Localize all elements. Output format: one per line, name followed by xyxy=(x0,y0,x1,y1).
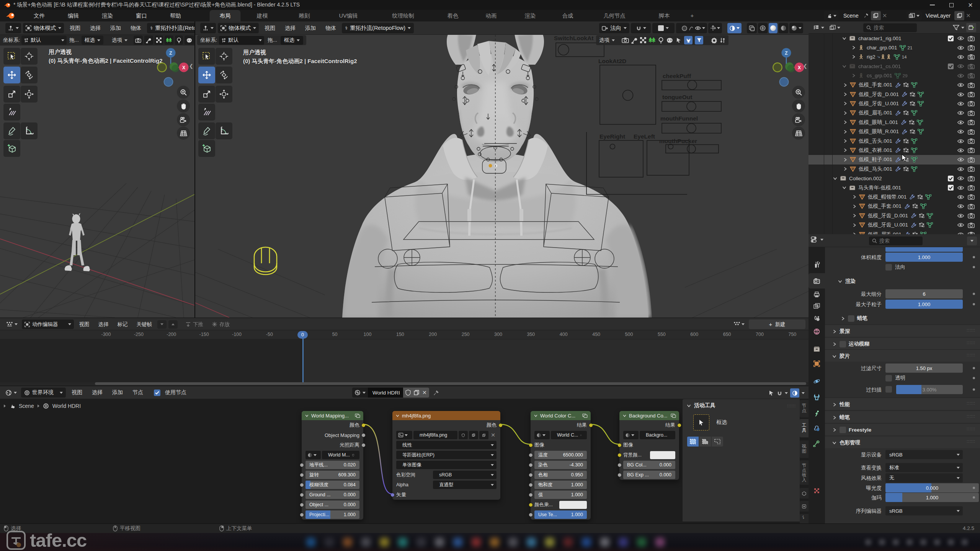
svg-text:EyeLeft: EyeLeft xyxy=(634,133,655,140)
svg-text:LookAt2D: LookAt2D xyxy=(598,58,626,64)
svg-text:cheekPuff: cheekPuff xyxy=(663,73,691,79)
svg-text:tongueOut: tongueOut xyxy=(662,94,692,100)
svg-text:mouthFunnel: mouthFunnel xyxy=(660,115,698,122)
svg-text:EyeRight: EyeRight xyxy=(599,133,625,140)
svg-text:SwitchLookAt: SwitchLookAt xyxy=(554,35,593,41)
svg-text:mouthPucker: mouthPucker xyxy=(659,138,697,144)
